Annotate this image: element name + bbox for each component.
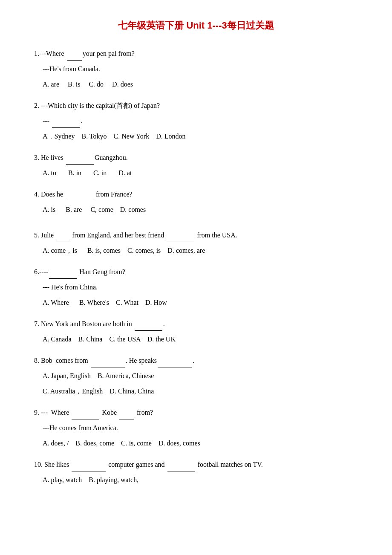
question-4: 4. Does he from France? A. is B. are C, … — [34, 188, 358, 217]
question-4-options: A. is B. are C, come D. comes — [43, 203, 358, 217]
question-7-text: 7. New York and Boston are both in . — [34, 317, 358, 331]
question-10-text: 10. She likes computer games and footbal… — [34, 458, 358, 471]
question-2: 2. ---Which city is the capital(首都) of J… — [34, 99, 358, 143]
question-6-subtext: --- He's from China. — [43, 280, 358, 294]
question-10-options: A. play, watch B. playing, watch, — [43, 473, 358, 487]
question-5: 5. Julie from England, and her best frie… — [34, 228, 358, 257]
question-6-options: A. Where B. Where's C. What D. How — [43, 296, 358, 309]
question-8-options-a: A. Japan, English B. America, Chinese — [43, 369, 358, 383]
question-7-options: A. Canada B. China C. the USA D. the UK — [43, 332, 358, 346]
question-4-text: 4. Does he from France? — [34, 188, 358, 201]
question-3: 3. He lives Guangzhou. A. to B. in C. in… — [34, 151, 358, 180]
question-8-options-b: C. Australia，English D. China, China — [43, 384, 358, 398]
question-1: 1.---Where your pen pal from? ---He's fr… — [34, 47, 358, 91]
question-1-text: 1.---Where your pen pal from? — [34, 47, 358, 61]
questions-container: 1.---Where your pen pal from? ---He's fr… — [34, 47, 358, 487]
question-7: 7. New York and Boston are both in . A. … — [34, 317, 358, 346]
question-10: 10. She likes computer games and footbal… — [34, 458, 358, 487]
question-3-text: 3. He lives Guangzhou. — [34, 151, 358, 165]
question-1-options: A. are B. is C. do D. does — [43, 78, 358, 91]
question-2-options: A．Sydney B. Tokyo C. New York D. London — [43, 130, 358, 143]
question-6-text: 6.---- Han Geng from? — [34, 265, 358, 279]
page-title: 七年级英语下册 Unit 1---3每日过关题 — [34, 17, 358, 34]
question-9-options: A. does, / B. does, come C. is, come D. … — [43, 436, 358, 450]
question-2-subtext: --- . — [43, 114, 358, 128]
question-9-subtext: ---He comes from America. — [43, 421, 358, 435]
question-8-text: 8. Bob comes from . He speaks. — [34, 354, 358, 367]
question-3-options: A. to B. in C. in D. at — [43, 166, 358, 180]
question-6: 6.---- Han Geng from? --- He's from Chin… — [34, 265, 358, 309]
question-9-text: 9. --- Where Kobe from? — [34, 406, 358, 419]
question-2-text: 2. ---Which city is the capital(首都) of J… — [34, 99, 358, 113]
question-8: 8. Bob comes from . He speaks. A. Japan,… — [34, 354, 358, 398]
question-5-options: A. come，is B. is, comes C. comes, is D. … — [43, 244, 358, 257]
question-5-text: 5. Julie from England, and her best frie… — [34, 228, 358, 242]
question-1-subtext: ---He's from Canada. — [43, 62, 358, 76]
question-9: 9. --- Where Kobe from? ---He comes from… — [34, 406, 358, 450]
